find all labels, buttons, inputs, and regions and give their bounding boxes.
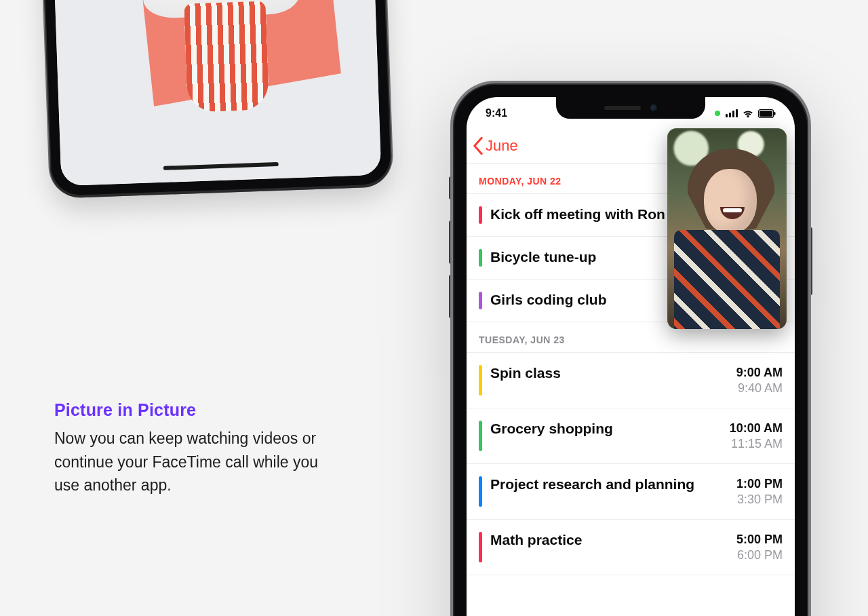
event-times: 1:00 PM3:30 PM (736, 476, 783, 507)
calendar-event[interactable]: Project research and planning1:00 PM3:30… (467, 464, 795, 520)
home-indicator[interactable] (163, 162, 279, 170)
pip-person-scarf (674, 230, 780, 329)
svg-rect-2 (774, 112, 775, 115)
status-time: 9:41 (486, 107, 507, 119)
camera-indicator-dot (715, 111, 720, 116)
cellular-icon (726, 109, 738, 117)
side-button[interactable] (808, 227, 812, 295)
photo-content (53, 0, 382, 186)
wifi-icon (742, 109, 754, 118)
event-times: 10:00 AM11:15 AM (730, 421, 783, 451)
event-color-stripe (479, 365, 482, 396)
phone-top-left (43, 0, 391, 196)
pip-person-face (704, 169, 757, 234)
back-label: June (486, 137, 518, 155)
calendar-event[interactable]: Math practice5:00 PM6:00 PM (467, 520, 795, 575)
svg-rect-1 (760, 111, 772, 117)
event-color-stripe (479, 421, 482, 451)
event-color-stripe (479, 476, 482, 507)
event-color-stripe (479, 292, 482, 309)
pip-video-overlay[interactable] (667, 128, 787, 329)
person-figure (139, 0, 302, 80)
phone-frame (43, 0, 391, 196)
chevron-left-icon (472, 137, 484, 155)
feature-heading: Picture in Picture (54, 400, 339, 420)
event-title: Project research and planning (490, 476, 728, 493)
calendar-event[interactable]: Spin class9:00 AM9:40 AM (467, 353, 795, 408)
event-times: 9:00 AM9:40 AM (736, 365, 783, 396)
battery-icon (758, 109, 776, 118)
event-color-stripe (479, 532, 482, 562)
event-title: Spin class (490, 365, 728, 381)
status-bar: 9:41 (467, 102, 795, 124)
event-title: Grocery shopping (490, 421, 722, 437)
volume-down[interactable] (449, 275, 453, 318)
feature-text: Picture in Picture Now you can keep watc… (54, 400, 339, 497)
mute-switch[interactable] (449, 176, 453, 199)
feature-body: Now you can keep watching videos or cont… (54, 427, 339, 497)
event-color-stripe (479, 249, 482, 267)
event-title: Math practice (490, 532, 728, 548)
phone-screen: 9:41 June (467, 97, 795, 616)
volume-up[interactable] (449, 220, 453, 264)
event-color-stripe (479, 206, 482, 224)
back-button[interactable]: June (472, 137, 518, 155)
phone-right: 9:41 June (454, 85, 807, 616)
phone-frame: 9:41 June (454, 85, 807, 616)
calendar-event[interactable]: Grocery shopping10:00 AM11:15 AM (467, 408, 795, 464)
phone-screen (53, 0, 382, 186)
event-times: 5:00 PM6:00 PM (736, 532, 783, 562)
